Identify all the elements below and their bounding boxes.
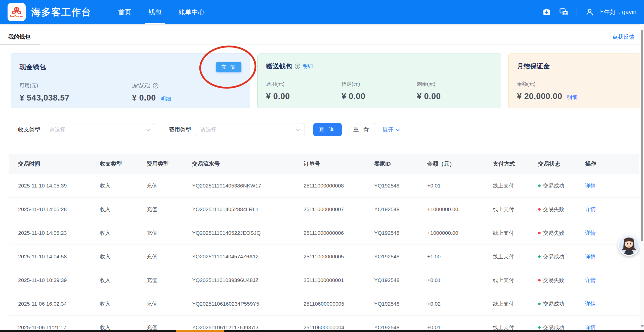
nav-item-billing-center[interactable]: 账单中心 (170, 0, 213, 24)
top-header: SeaDocker 海多客工作台 首页 钱包 账单中心 (0, 0, 644, 24)
cell-fee-type: 充值 (147, 300, 192, 307)
scrollbar-thumb[interactable] (641, 30, 643, 241)
status-dot (538, 303, 541, 305)
help-icon[interactable]: ? (153, 83, 158, 88)
balance-label: 余额(元) (517, 81, 578, 87)
gift-detail-link[interactable]: 明细 (303, 63, 313, 70)
cell-amount: +1000000.00 (427, 206, 493, 212)
status-dot (538, 208, 541, 211)
income-type-select[interactable]: 请选择 (45, 123, 155, 136)
header-divider (577, 7, 577, 17)
col-header-income-type: 收支类型 (100, 160, 147, 168)
cell-flow-no: YQ202511101039396U48JZ (192, 277, 304, 283)
cash-wallet-card: 现金钱包 充 值 可用(元) ¥ 543,038.57 冻结(元) ? ¥ 0.… (11, 54, 250, 108)
cell-amount: +1.00 (427, 254, 493, 260)
frozen-label: 冻结(元) (132, 82, 150, 89)
cell-status: 交易失败 (538, 277, 585, 284)
remaining-value: ¥ 0.00 (417, 91, 492, 101)
table-row: 2025-11-10 14:05:23 收入 充值 YQ202511101405… (9, 221, 639, 245)
cell-time: 2025-11-10 14:05:23 (9, 230, 100, 236)
detail-link[interactable]: 详情 (585, 277, 596, 283)
cell-pay-method: 线上支付 (493, 253, 538, 260)
search-button[interactable]: 查 询 (313, 123, 342, 136)
wallet-cards-row: 现金钱包 充 值 可用(元) ¥ 543,038.57 冻结(元) ? ¥ 0.… (11, 54, 637, 108)
download-icon[interactable] (542, 8, 551, 16)
cell-pay-method: 线上支付 (493, 300, 538, 307)
cash-wallet-title: 现金钱包 (20, 63, 46, 71)
chevron-down-icon (295, 128, 300, 131)
frozen-detail-link[interactable]: 明细 (161, 96, 171, 102)
user-menu[interactable]: 上午好，gavin (585, 8, 636, 16)
fee-type-select[interactable]: 请选择 (196, 123, 305, 136)
cell-fee-type: 充值 (147, 229, 192, 236)
cell-fee-type: 充值 (147, 253, 192, 260)
status-text: 交易成功 (543, 300, 564, 307)
cell-time: 2025-11-06 11:21:17 (9, 324, 100, 330)
page-subheader: 我的钱包 点我反馈 (0, 24, 644, 44)
monthly-deposit-card: 月结保证金 余额(元) ¥ 20,000.00 明细 (508, 54, 641, 108)
cell-flow-no: YQ2025111014052884LRL1 (192, 206, 304, 212)
assistant-avatar[interactable] (618, 234, 640, 256)
help-icon[interactable]: ? (295, 64, 300, 69)
nav-item-home[interactable]: 首页 (110, 0, 140, 24)
detail-link[interactable]: 详情 (585, 254, 596, 259)
frozen-value: ¥ 0.00 (132, 93, 156, 102)
cell-income-type: 收入 (100, 300, 147, 307)
detail-link[interactable]: 详情 (585, 183, 596, 188)
app-logo[interactable]: SeaDocker (8, 3, 26, 21)
status-dot (538, 279, 541, 281)
vertical-scrollbar[interactable] (640, 24, 644, 332)
status-text: 交易失败 (543, 277, 564, 284)
status-text: 交易成功 (543, 182, 564, 189)
cell-pay-method: 线上支付 (493, 182, 538, 189)
cell-seller-id: YQ192548 (374, 206, 427, 212)
page-title: 我的钱包 (8, 33, 30, 41)
designated-value: ¥ 0.00 (341, 91, 417, 101)
reset-button[interactable]: 重 置 (348, 123, 376, 136)
translate-icon[interactable]: 文 (560, 8, 568, 16)
filter-bar: 收支类型 请选择 费用类型 请选择 查 询 重 置 展开 (18, 123, 637, 136)
cell-fee-type: 充值 (147, 182, 192, 189)
gift-wallet-card: 赠送钱包 ? 明细 通用(元) ¥ 0.00 指定(元) ¥ 0.00 剩余(元… (257, 54, 501, 108)
svg-text:文: 文 (563, 12, 567, 15)
col-header-fee-type: 费用类型 (147, 160, 192, 168)
scrollbar-down-arrow[interactable] (640, 325, 644, 327)
cell-status: 交易成功 (538, 300, 585, 307)
table-row: 2025-11-10 10:39:39 收入 充值 YQ202511101039… (9, 268, 639, 292)
cell-seller-id: YQ192548 (374, 254, 427, 260)
detail-link[interactable]: 详情 (585, 301, 596, 307)
cell-income-type: 收入 (100, 229, 147, 236)
cell-order-no: 25111000000007 (304, 206, 374, 212)
expand-link[interactable]: 展开 (382, 126, 400, 133)
detail-link[interactable]: 详情 (585, 206, 596, 212)
detail-link[interactable]: 详情 (585, 230, 596, 236)
cell-time: 2025-11-10 14:05:39 (9, 183, 100, 189)
user-icon (585, 8, 594, 16)
app-title: 海多客工作台 (31, 6, 92, 19)
deposit-detail-link[interactable]: 明细 (567, 94, 578, 100)
cell-fee-type: 充值 (147, 206, 192, 213)
feedback-link[interactable]: 点我反馈 (612, 33, 634, 41)
cell-flow-no: YQ20251106160234P559Y5 (192, 301, 304, 307)
detail-link[interactable]: 详情 (585, 324, 596, 330)
recharge-button[interactable]: 充 值 (216, 62, 241, 72)
table-body: 2025-11-10 14:05:39 收入 充值 YQ202511101405… (9, 174, 639, 332)
cell-seller-id: YQ192548 (374, 183, 427, 189)
cell-fee-type: 充值 (147, 277, 192, 284)
chevron-down-icon (396, 128, 400, 131)
general-label: 通用(元) (266, 81, 341, 87)
available-label: 可用(元) (20, 82, 132, 89)
income-type-placeholder: 请选择 (50, 126, 65, 133)
nav-item-wallet[interactable]: 钱包 (140, 0, 170, 24)
table-header-row: 交易时间 收支类型 费用类型 交易流水号 订单号 卖家ID 金额（元） 支付方式… (9, 154, 639, 174)
cell-amount: +0.01 (427, 183, 493, 189)
video-progress-bar[interactable] (0, 330, 644, 332)
cell-pay-method: 线上支付 (493, 277, 538, 284)
table-row: 2025-11-10 14:05:39 收入 充值 YQ202511101405… (9, 174, 639, 198)
fee-type-placeholder: 请选择 (200, 126, 216, 133)
cell-status: 交易成功 (538, 253, 585, 260)
col-header-pay-method: 支付方式 (493, 160, 538, 168)
cell-flow-no: YQ202511061121176J937D (192, 324, 304, 330)
income-type-label: 收支类型 (18, 126, 40, 133)
cell-pay-method: 线上支付 (493, 206, 538, 213)
